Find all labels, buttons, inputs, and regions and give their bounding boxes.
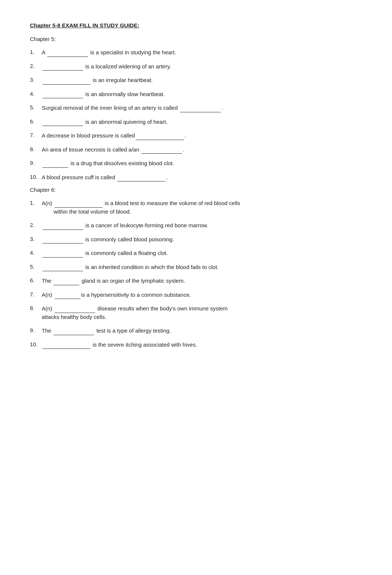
ch5-q2: 2. is a localized widening of an artery. bbox=[30, 62, 362, 71]
ch6-q5-num: 5. bbox=[30, 263, 42, 271]
ch6-q6-num: 6. bbox=[30, 276, 42, 285]
ch6-q4-text: is commonly called a floating clot. bbox=[42, 249, 168, 258]
ch6-q3-num: 3. bbox=[30, 235, 42, 244]
ch5-q3-text: is an irregular heartbeat. bbox=[42, 76, 153, 85]
ch5-q6-blank[interactable] bbox=[42, 118, 83, 126]
chapter5-section: Chapter 5: 1. A is a specialist in study… bbox=[30, 36, 362, 181]
ch6-q7-blank[interactable] bbox=[55, 290, 80, 299]
ch5-q2-text: is a localized widening of an artery. bbox=[42, 62, 171, 71]
ch6-q10-blank[interactable] bbox=[42, 340, 90, 349]
ch6-q3: 3. is commonly called blood poisoning. bbox=[30, 235, 362, 244]
ch6-q3-blank[interactable] bbox=[42, 235, 83, 244]
ch5-q2-blank[interactable] bbox=[42, 62, 83, 71]
ch5-q7-blank[interactable] bbox=[136, 131, 184, 140]
ch5-q10-blank[interactable] bbox=[117, 173, 165, 182]
ch5-q6: 6. is an abnormal quivering of heart. bbox=[30, 118, 362, 126]
chapter5-questions: 1. A is a specialist in studying the hea… bbox=[30, 48, 362, 181]
chapter6-heading: Chapter 6: bbox=[30, 187, 362, 193]
ch5-q6-num: 6. bbox=[30, 118, 42, 126]
ch6-q1-num: 1. bbox=[30, 199, 42, 207]
ch6-q5: 5. is an inherited condition in which th… bbox=[30, 263, 362, 272]
ch6-q1-text: A(n) is a blood test to measure the volu… bbox=[42, 199, 240, 216]
ch5-q1-num: 1. bbox=[30, 48, 42, 57]
ch6-q2: 2. is a cancer of leukocyte-forming red … bbox=[30, 221, 362, 230]
ch5-q5: 5. Surgical removal of the inner lining … bbox=[30, 103, 362, 112]
ch5-q8-num: 8. bbox=[30, 145, 42, 154]
ch6-q7: 7. A(n) is a hypersensitivity to a commo… bbox=[30, 290, 362, 299]
ch5-q7: 7. A decrease in blood pressure is calle… bbox=[30, 131, 362, 140]
ch6-q4-num: 4. bbox=[30, 249, 42, 257]
ch6-q2-num: 2. bbox=[30, 221, 42, 229]
ch6-q9: 9. The test is a type of allergy testing… bbox=[30, 326, 362, 335]
ch6-q7-text: A(n) is a hypersensitivity to a common s… bbox=[42, 290, 191, 299]
ch5-q5-num: 5. bbox=[30, 103, 42, 112]
ch6-q4: 4. is commonly called a floating clot. bbox=[30, 249, 362, 258]
ch6-q9-num: 9. bbox=[30, 326, 42, 335]
main-title: Chapter 5-8 EXAM FILL IN STUDY GUIDE: bbox=[30, 22, 362, 28]
ch6-q5-blank[interactable] bbox=[42, 263, 83, 272]
chapter6-questions: 1. A(n) is a blood test to measure the v… bbox=[30, 199, 362, 349]
ch6-q6-blank[interactable] bbox=[54, 276, 79, 285]
ch5-q4: 4. is an abnormally slow heartbeat. bbox=[30, 90, 362, 99]
ch5-q10-num: 10. bbox=[30, 173, 42, 181]
ch5-q8: 8. An area of tissue necrosis is called … bbox=[30, 145, 362, 154]
chapter6-section: Chapter 6: 1. A(n) is a blood test to me… bbox=[30, 187, 362, 349]
ch5-q8-blank[interactable] bbox=[141, 145, 182, 154]
ch6-q6-text: The gland is an organ of the lymphatic s… bbox=[42, 276, 185, 285]
ch6-q1: 1. A(n) is a blood test to measure the v… bbox=[30, 199, 362, 216]
ch5-q10-text: A blood pressure cuff is called . bbox=[42, 173, 168, 182]
ch5-q1: 1. A is a specialist in studying the hea… bbox=[30, 48, 362, 57]
ch6-q8-num: 8. bbox=[30, 304, 42, 313]
ch6-q5-text: is an inherited condition in which the b… bbox=[42, 263, 219, 272]
ch6-q3-text: is commonly called blood poisoning. bbox=[42, 235, 174, 244]
ch5-q8-text: An area of tissue necrosis is called a/a… bbox=[42, 145, 185, 154]
ch5-q1-blank[interactable] bbox=[47, 48, 88, 57]
ch6-q10-num: 10. bbox=[30, 340, 42, 349]
document: Chapter 5-8 EXAM FILL IN STUDY GUIDE: Ch… bbox=[30, 22, 362, 349]
ch5-q9-num: 9. bbox=[30, 159, 42, 167]
ch5-q3-num: 3. bbox=[30, 76, 42, 84]
ch5-q9: 9. is a drug that dissolves existing blo… bbox=[30, 159, 362, 168]
ch6-q8-text: A(n) disease results when the body's own… bbox=[42, 304, 228, 321]
ch5-q2-num: 2. bbox=[30, 62, 42, 71]
ch5-q5-text: Surgical removal of the inner lining of … bbox=[42, 103, 223, 112]
ch6-q1-blank[interactable] bbox=[55, 199, 103, 208]
ch5-q5-blank[interactable] bbox=[180, 103, 221, 112]
ch6-q8-blank[interactable] bbox=[55, 304, 95, 313]
ch5-q4-text: is an abnormally slow heartbeat. bbox=[42, 90, 165, 99]
ch6-q8: 8. A(n) disease results when the body's … bbox=[30, 304, 362, 321]
ch5-q7-num: 7. bbox=[30, 131, 42, 140]
ch5-q10: 10. A blood pressure cuff is called . bbox=[30, 173, 362, 182]
ch6-q9-text: The test is a type of allergy testing. bbox=[42, 326, 171, 335]
chapter5-heading: Chapter 5: bbox=[30, 36, 362, 42]
ch5-q9-blank[interactable] bbox=[42, 159, 68, 168]
ch5-q1-text: A is a specialist in studying the heart. bbox=[42, 48, 176, 57]
ch6-q4-blank[interactable] bbox=[42, 249, 83, 258]
ch6-q9-blank[interactable] bbox=[54, 326, 94, 335]
ch5-q7-text: A decrease in blood pressure is called . bbox=[42, 131, 186, 140]
ch6-q2-text: is a cancer of leukocyte-forming red bon… bbox=[42, 221, 208, 230]
ch5-q6-text: is an abnormal quivering of heart. bbox=[42, 118, 168, 126]
ch6-q6: 6. The gland is an organ of the lymphati… bbox=[30, 276, 362, 285]
ch5-q3: 3. is an irregular heartbeat. bbox=[30, 76, 362, 85]
ch6-q7-num: 7. bbox=[30, 290, 42, 299]
ch5-q4-blank[interactable] bbox=[42, 90, 83, 99]
ch6-q10-text: is the severe itching associated with hi… bbox=[42, 340, 197, 349]
ch6-q10: 10. is the severe itching associated wit… bbox=[30, 340, 362, 349]
ch5-q3-blank[interactable] bbox=[42, 76, 90, 85]
ch6-q2-blank[interactable] bbox=[42, 221, 83, 230]
ch5-q4-num: 4. bbox=[30, 90, 42, 98]
ch5-q9-text: is a drug that dissolves existing blood … bbox=[42, 159, 174, 168]
